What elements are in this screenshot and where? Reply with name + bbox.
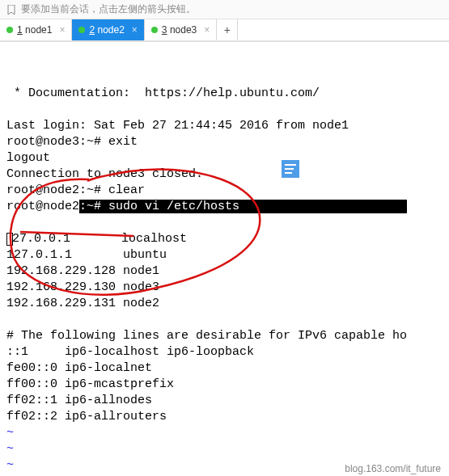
close-icon[interactable]: ×	[132, 24, 138, 36]
close-icon[interactable]: ×	[59, 24, 65, 36]
ipv6-line: fe00::0 ip6-localnet	[6, 361, 152, 375]
tab-num: 2	[89, 24, 95, 36]
vim-tilde: ~	[6, 442, 14, 456]
vim-tilde: ~	[6, 426, 14, 440]
tab-node2[interactable]: 2 node2 ×	[72, 19, 144, 40]
term-line: logout	[6, 151, 50, 165]
tab-num: 3	[162, 24, 167, 36]
info-bar: 要添加当前会话，点击左侧的箭头按钮。	[0, 0, 449, 19]
hosts-line: 27.0.0.1 localhost	[12, 232, 187, 246]
close-icon[interactable]: ×	[204, 24, 210, 36]
term-line: Connection to node3 closed.	[6, 167, 203, 181]
bookmark-icon	[6, 5, 16, 15]
last-login-line: Last login: Sat Feb 27 21:44:45 2016 fro…	[6, 119, 349, 133]
tab-node1[interactable]: 1 node1 ×	[0, 19, 72, 40]
tab-label: node2	[97, 24, 124, 36]
hosts-line: 192.168.229.131 node2	[6, 297, 159, 310]
hosts-line: 192.168.229.130 node3	[6, 280, 159, 294]
tab-node3[interactable]: 3 node3 ×	[145, 19, 217, 40]
vim-tilde: ~	[6, 458, 14, 472]
doc-line: * Documentation: https://help.ubuntu.com…	[6, 86, 320, 100]
add-tab-button[interactable]: +	[217, 19, 238, 40]
info-bar-text: 要添加当前会话，点击左侧的箭头按钮。	[21, 2, 196, 16]
tab-label: node3	[170, 24, 197, 36]
tab-label: node1	[25, 24, 52, 36]
text-align-icon[interactable]	[282, 160, 299, 178]
prompt-host: root@node2	[6, 200, 79, 213]
ipv6-comment: # The following lines are desirable for …	[6, 329, 407, 343]
status-dot-icon	[6, 27, 13, 33]
ipv6-line: ff02::1 ip6-allnodes	[6, 394, 152, 407]
ipv6-line: ff02::2 ip6-allrouters	[6, 410, 167, 423]
tab-num: 1	[17, 24, 23, 36]
tab-strip: 1 node1 × 2 node2 × 3 node3 × +	[0, 19, 449, 42]
status-dot-icon	[78, 27, 85, 33]
watermark-text: blog.163.com/it_future	[345, 463, 441, 474]
terminal-output[interactable]: * Documentation: https://help.ubuntu.com…	[0, 42, 449, 476]
term-line: root@node2:~# clear	[6, 183, 145, 197]
hosts-line: 192.168.229.128 node1	[6, 264, 159, 278]
status-dot-icon	[151, 27, 158, 33]
terminal-content: * Documentation: https://help.ubuntu.com…	[6, 70, 449, 476]
ipv6-line: ::1 ip6-localhost ip6-loopback	[6, 345, 254, 359]
ipv6-line: ff00::0 ip6-mcastprefix	[6, 377, 174, 391]
highlighted-command: :~# sudo vi /etc/hosts	[79, 200, 407, 213]
term-line: root@node3:~# exit	[6, 135, 138, 149]
hosts-line: 127.0.1.1 ubuntu	[6, 248, 167, 262]
